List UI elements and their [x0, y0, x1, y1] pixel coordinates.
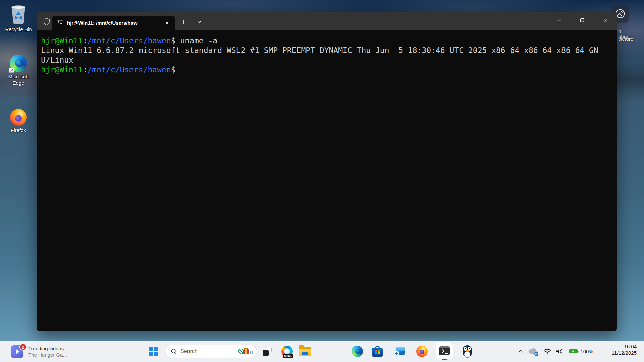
search-box[interactable]: Search	[165, 345, 257, 358]
minimize-button[interactable]	[551, 12, 567, 28]
widget-title: Trending videos	[28, 345, 67, 352]
edge-label-1: Microsoft	[8, 73, 29, 80]
desktop-icon-firefox[interactable]: Firefox	[1, 109, 36, 133]
terminal-titlebar[interactable]: hjr@Win11: /mnt/c/Users/haw ✕ +	[37, 12, 617, 30]
widget-subtitle: The Hunger Ga...	[28, 352, 67, 358]
terminal-app-icon	[57, 20, 63, 25]
battery-percent: 100%	[580, 349, 593, 354]
desktop-icon-recycle-bin[interactable]: Recycle Bin	[1, 4, 36, 33]
prompt-user: hjr@Win11	[41, 36, 83, 45]
search-icon	[171, 348, 177, 355]
microsoft-store-icon	[372, 346, 383, 357]
windows-terminal-icon	[436, 342, 453, 359]
terminal-line-prompt-1: hjr@Win11:/mnt/c/Users/hawen$ uname -a	[41, 36, 617, 46]
sync-badge-icon: ⟳	[534, 352, 538, 356]
play-icon	[16, 349, 20, 354]
search-seasonal-gifts-icon	[238, 349, 253, 354]
microsoft-store-button[interactable]	[370, 343, 385, 360]
edge-icon	[352, 346, 363, 357]
terminal-output-line-2: U/Linux	[41, 55, 617, 65]
file-explorer-button[interactable]	[298, 343, 312, 360]
clock-time: 16:04	[612, 343, 637, 350]
copilot-m365-button[interactable]: M365	[280, 343, 294, 360]
terminal-cursor	[184, 66, 184, 74]
active-app-indicator	[442, 359, 447, 360]
terminal-line-prompt-2: hjr@Win11:/mnt/c/Users/hawen$	[41, 65, 617, 75]
tab-dropdown-button[interactable]	[193, 16, 206, 28]
ubuntu-wsl-button[interactable]	[460, 343, 475, 360]
outlook-icon	[394, 346, 405, 356]
copilot-icon: M365	[281, 346, 293, 357]
prompt-command: $ uname -a	[171, 36, 217, 45]
firefox-icon	[10, 109, 27, 126]
widget-notification-badge: 2	[19, 343, 27, 351]
clock[interactable]: 16:04 11/12/2025	[612, 343, 637, 356]
terminal-tab[interactable]: hjr@Win11: /mnt/c/Users/haw ✕	[52, 16, 175, 30]
edge-icon	[10, 55, 27, 72]
onedrive-cloud-icon: ⟳	[528, 348, 537, 355]
trending-videos-icon: 2	[11, 345, 23, 358]
edge-button[interactable]	[350, 343, 365, 360]
m365-badge: M365	[283, 354, 293, 358]
search-placeholder: Search	[180, 348, 238, 354]
firefox-button[interactable]	[415, 343, 429, 360]
desktop-icon-edge[interactable]: Microsoft Edge	[1, 55, 36, 86]
task-view-button[interactable]	[260, 343, 274, 360]
battery-icon	[569, 349, 579, 354]
outlook-button[interactable]	[392, 343, 407, 360]
tray-overflow-button[interactable]	[516, 343, 526, 360]
terminal-output-line-1: Linux Win11 6.6.87.2-microsoft-standard-…	[41, 46, 617, 55]
tab-title: hjr@Win11: /mnt/c/Users/haw	[67, 20, 161, 26]
volume-tray-button[interactable]	[553, 343, 566, 360]
start-button[interactable]	[146, 343, 161, 360]
admin-shield-icon	[42, 17, 51, 26]
shortcut-arrow-icon	[9, 68, 14, 73]
new-tab-button[interactable]: +	[177, 16, 190, 28]
close-button[interactable]	[598, 12, 613, 28]
edge-label-2: Edge	[8, 80, 29, 86]
tab-close-icon[interactable]: ✕	[163, 19, 171, 27]
spotlight-text-2: picture	[618, 36, 633, 42]
speaker-icon	[555, 348, 564, 355]
running-app-indicator	[466, 357, 469, 358]
onedrive-tray-button[interactable]: ⟳	[526, 343, 539, 360]
desktop: Recycle Bin Microsoft Edge Firefox n abo…	[0, 0, 644, 362]
battery-tray-button[interactable]: 100%	[566, 343, 596, 360]
terminal-button-active[interactable]	[436, 342, 453, 360]
recycle-bin-label: Recycle Bin	[5, 26, 32, 33]
windows-logo-icon	[149, 346, 159, 356]
file-explorer-icon	[299, 347, 311, 356]
prompt-path: /mnt/c/Users/hawen	[87, 36, 171, 45]
tabbar-divider	[192, 17, 192, 26]
firefox-label: Firefox	[11, 127, 26, 133]
terminal-window: hjr@Win11: /mnt/c/Users/haw ✕ + hjr@Win1…	[37, 12, 617, 331]
wifi-icon	[543, 348, 551, 355]
wifi-tray-button[interactable]	[541, 343, 553, 360]
chevron-up-icon	[518, 350, 523, 353]
clock-date: 11/12/2025	[612, 350, 637, 356]
tux-penguin-icon	[462, 345, 473, 357]
task-view-icon	[263, 347, 272, 356]
terminal-body[interactable]: hjr@Win11:/mnt/c/Users/hawen$ uname -a L…	[37, 30, 617, 331]
widgets-button[interactable]: 2 Trending videos The Hunger Ga...	[8, 344, 70, 360]
recycle-bin-icon	[9, 4, 28, 25]
firefox-icon	[416, 346, 428, 357]
maximize-button[interactable]	[574, 12, 590, 28]
prompt-sep: :	[83, 36, 88, 45]
